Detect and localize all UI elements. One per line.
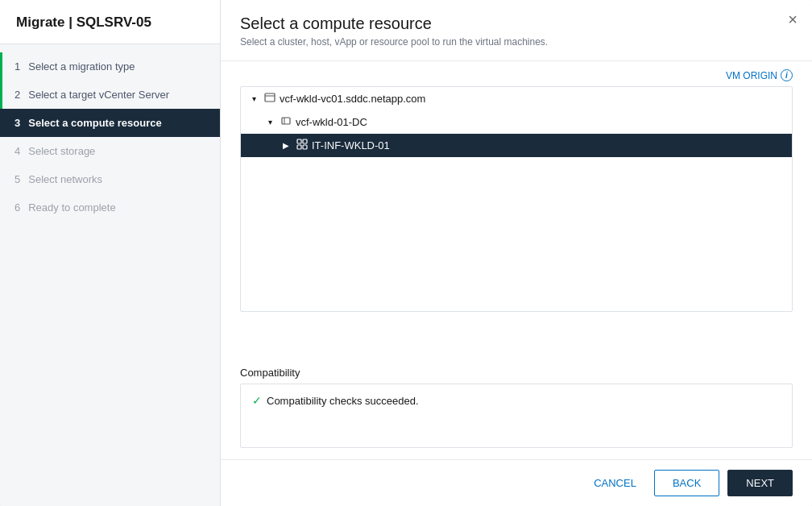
vm-origin-link[interactable]: VM ORIGIN i xyxy=(726,69,793,81)
step-item-3: 3Select a compute resource xyxy=(0,109,220,137)
check-icon: ✓ xyxy=(252,394,262,407)
tree-label-cluster: IT-INF-WKLD-01 xyxy=(312,139,785,151)
svg-rect-4 xyxy=(297,139,301,143)
step-num-6: 6 xyxy=(14,201,20,214)
svg-rect-5 xyxy=(303,139,307,143)
main-header: Select a compute resource Select a clust… xyxy=(221,0,812,61)
compatibility-message: ✓ Compatibility checks succeeded. xyxy=(252,394,781,407)
tree-toggle-vcenter[interactable]: ▾ xyxy=(247,93,260,106)
step-label-4: Select storage xyxy=(28,145,95,157)
compatibility-section: Compatibility ✓ Compatibility checks suc… xyxy=(221,359,812,459)
cancel-button[interactable]: CANCEL xyxy=(584,471,646,496)
tree-icon-vcenter xyxy=(264,92,276,106)
step-item-1[interactable]: 1Select a migration type xyxy=(0,52,220,81)
svg-rect-6 xyxy=(297,145,301,149)
migrate-dialog: Migrate | SQLSRV-05 1Select a migration … xyxy=(0,0,812,506)
main-content: Select a compute resource Select a clust… xyxy=(221,0,812,506)
step-item-6: 6Ready to complete xyxy=(0,193,220,222)
step-label-5: Select networks xyxy=(28,173,102,185)
step-label-3: Select a compute resource xyxy=(28,117,161,129)
next-button[interactable]: NEXT xyxy=(727,470,793,496)
step-num-2: 2 xyxy=(14,89,20,101)
tree-row-vcenter[interactable]: ▾vcf-wkld-vc01.sddc.netapp.com xyxy=(241,87,792,110)
svg-rect-0 xyxy=(265,93,275,102)
step-item-4: 4Select storage xyxy=(0,137,220,165)
compatibility-label: Compatibility xyxy=(240,367,793,379)
svg-rect-2 xyxy=(282,118,290,124)
tree-row-cluster[interactable]: ▶IT-INF-WKLD-01 xyxy=(241,134,792,157)
tree-label-dc: vcf-wkld-01-DC xyxy=(296,116,785,128)
step-num-3: 3 xyxy=(14,117,20,129)
page-subtitle: Select a cluster, host, vApp or resource… xyxy=(240,36,793,48)
step-label-1: Select a migration type xyxy=(28,60,135,73)
tree-icon-dc xyxy=(280,115,292,129)
vm-origin-row: VM ORIGIN i xyxy=(240,69,793,81)
vm-origin-label: VM ORIGIN xyxy=(726,70,777,81)
steps-list: 1Select a migration type2Select a target… xyxy=(0,44,220,506)
dialog-title: Migrate | SQLSRV-05 xyxy=(0,0,220,44)
tree-row-dc[interactable]: ▾vcf-wkld-01-DC xyxy=(241,110,792,134)
compatibility-box: ✓ Compatibility checks succeeded. xyxy=(240,384,793,448)
step-num-1: 1 xyxy=(14,60,20,73)
page-title: Select a compute resource xyxy=(240,15,793,33)
tree-icon-cluster xyxy=(296,139,308,152)
resource-tree[interactable]: ▾vcf-wkld-vc01.sddc.netapp.com▾vcf-wkld-… xyxy=(240,86,793,312)
step-item-5: 5Select networks xyxy=(0,165,220,193)
sidebar: Migrate | SQLSRV-05 1Select a migration … xyxy=(0,0,221,506)
svg-rect-7 xyxy=(303,145,307,149)
step-num-5: 5 xyxy=(14,173,20,185)
step-label-6: Ready to complete xyxy=(28,201,115,214)
back-button[interactable]: BACK xyxy=(654,470,719,496)
footer: CANCEL BACK NEXT xyxy=(221,459,812,506)
tree-toggle-cluster[interactable]: ▶ xyxy=(280,139,292,152)
info-icon: i xyxy=(781,69,793,81)
resource-area: VM ORIGIN i ▾vcf-wkld-vc01.sddc.netapp.c… xyxy=(221,61,812,359)
close-button[interactable]: × xyxy=(788,11,798,27)
step-num-4: 4 xyxy=(14,145,20,157)
step-label-2: Select a target vCenter Server xyxy=(28,89,169,101)
compat-message-text: Compatibility checks succeeded. xyxy=(267,395,419,407)
tree-toggle-dc[interactable]: ▾ xyxy=(263,116,276,129)
step-item-2[interactable]: 2Select a target vCenter Server xyxy=(0,81,220,109)
tree-label-vcenter: vcf-wkld-vc01.sddc.netapp.com xyxy=(280,93,785,105)
